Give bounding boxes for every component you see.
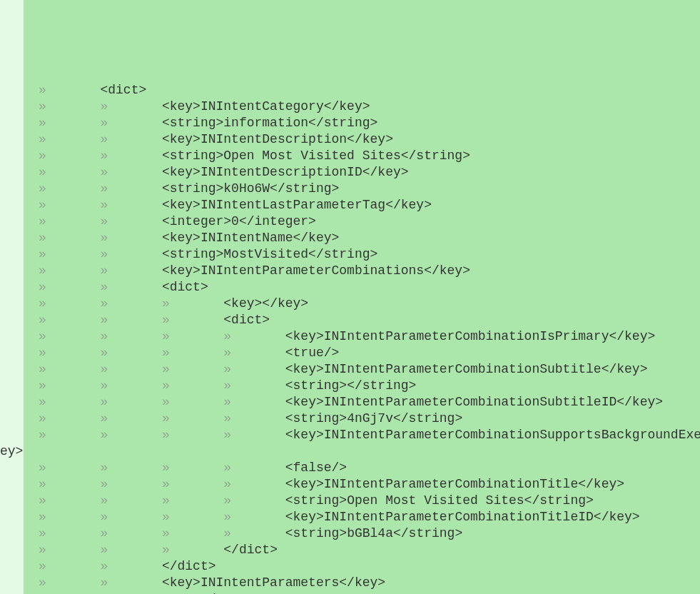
code-line: » » » » <string></string> [0,378,416,393]
code-line: » » » » <key>INIntentParameterCombinatio… [0,329,655,343]
code-line: » » » </dict> [0,543,278,557]
code-line: » » » » <key>INIntentParameterCombinatio… [0,395,663,409]
code-line: » » » <dict> [0,313,270,327]
code-line: » » <string>information</string> [0,116,377,130]
code-line: » » <string>k0Ho6W</string> [0,181,339,196]
code-line: » » » » <key>INIntentParameterCombinatio… [0,362,647,376]
code-line: » » <key>INIntentDescriptionID</key> [0,165,409,179]
code-line: » » » » <false/> [0,460,347,475]
code-line: » » <key>INIntentName</key> [0,231,339,245]
code-line: » » » » <string>bGBl4a</string> [0,526,462,540]
code-line: » » » <key></key> [0,296,308,311]
code-block: » <dict> » » <key>INIntentCategory</key>… [0,82,700,594]
code-line: » » » » <key>INIntentParameterCombinatio… [0,428,700,442]
code-line: » » » » <string>Open Most Visited Sites<… [0,493,594,508]
code-line: » » <key>INIntentDescription</key> [0,132,393,146]
code-line: » » » » <string>4nGj7v</string> [0,411,462,426]
code-line: » » » » <true/> [0,346,339,360]
code-line: » » » » <key>INIntentParameterCombinatio… [0,477,624,491]
code-line: » » <key>INIntentParameters</key> [0,575,385,590]
code-line: » » <string>MostVisited</string> [0,247,377,261]
code-line: » <dict> [0,83,146,97]
code-line: » » <key>INIntentParameterCombinations</… [0,263,470,278]
code-line: » » </dict> [0,559,216,573]
code-line-wrap: ey> [0,444,23,458]
code-line: » » <key>INIntentLastParameterTag</key> [0,198,432,212]
code-line: » » » » <key>INIntentParameterCombinatio… [0,510,640,524]
code-line: » » <dict> [0,280,208,294]
code-line: » » <key>INIntentCategory</key> [0,99,370,114]
code-line: » » <string>Open Most Visited Sites</str… [0,148,470,163]
code-line: » » <integer>0</integer> [0,214,316,228]
